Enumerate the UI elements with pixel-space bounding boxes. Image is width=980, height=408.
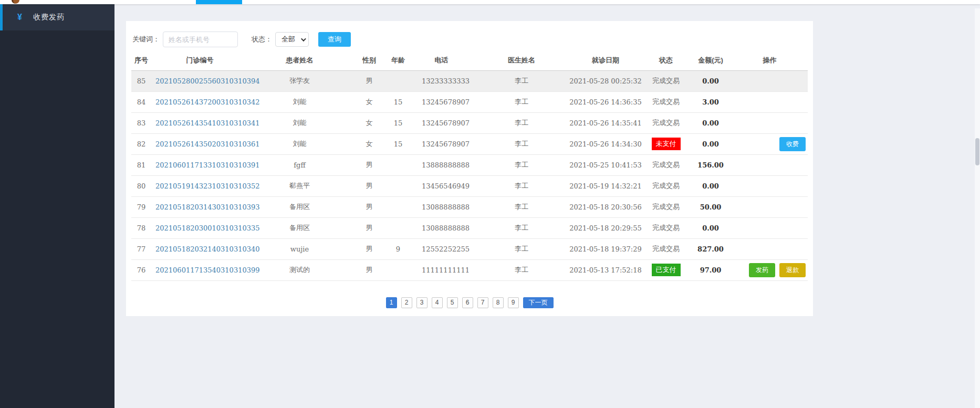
table-row[interactable]: 84202105261437200310310342刘能女15132456789…	[131, 91, 808, 112]
column-header-6: 医生姓名	[474, 50, 569, 70]
cell-doctor: 李工	[474, 70, 569, 91]
cell-visit-no: 202105261435410310310341	[151, 112, 248, 133]
visit-number-link[interactable]: 202105182031430310310393	[155, 203, 260, 211]
dispense-button[interactable]: 发药	[749, 263, 775, 277]
table-row[interactable]: 80202105191432310310310352郗燕平男1345654694…	[131, 175, 808, 196]
column-header-8: 状态	[642, 50, 690, 70]
app-logo	[12, 0, 19, 4]
page-button-1[interactable]: 1	[386, 297, 397, 308]
cell-age	[388, 259, 409, 280]
cell-actions	[732, 112, 808, 133]
status-label: 状态：	[252, 35, 272, 44]
column-header-3: 性别	[351, 50, 388, 70]
table-row[interactable]: 78202105182030010310310335备用区男1308888888…	[131, 217, 808, 238]
column-header-4: 年龄	[388, 50, 409, 70]
cell-date: 2021-05-18 19:37:29	[569, 238, 642, 259]
table-row[interactable]: 83202105261435410310310341刘能女15132456789…	[131, 112, 808, 133]
cell-age	[388, 154, 409, 175]
next-page-button[interactable]: 下一页	[523, 297, 554, 308]
cell-amount: 0.00	[690, 133, 732, 154]
cell-gender: 男	[351, 175, 388, 196]
cell-patient: 刘能	[248, 133, 351, 154]
cell-patient: 张学友	[248, 70, 351, 91]
cell-patient: 刘能	[248, 112, 351, 133]
search-button[interactable]: 查询	[318, 32, 351, 47]
page-button-2[interactable]: 2	[401, 297, 412, 308]
cell-date: 2021-05-26 14:35:41	[569, 112, 642, 133]
status-select[interactable]: 全部	[275, 32, 309, 47]
cell-phone: 13088888888	[409, 217, 474, 238]
cell-gender: 女	[351, 91, 388, 112]
cell-date: 2021-05-25 10:41:53	[569, 154, 642, 175]
table-header-row: 序号门诊编号患者姓名性别年龄电话医生姓名就诊日期状态金额(元)操作	[131, 50, 808, 70]
cell-seq: 85	[131, 70, 151, 91]
status-badge: 已支付	[652, 264, 681, 276]
cell-gender: 男	[351, 259, 388, 280]
cell-gender: 男	[351, 154, 388, 175]
refund-button[interactable]: 退款	[779, 263, 806, 277]
cell-phone: 13245678907	[409, 112, 474, 133]
page-button-4[interactable]: 4	[432, 297, 443, 308]
filter-bar: 关键词： 状态： 全部 查询	[132, 32, 351, 47]
cell-status: 完成交易	[642, 175, 690, 196]
status-badge: 未支付	[652, 138, 681, 150]
table-row[interactable]: 76202106011713540310310399测试的男1111111111…	[131, 259, 808, 280]
page-button-9[interactable]: 9	[508, 297, 519, 308]
cell-amount: 0.00	[690, 217, 732, 238]
cell-patient: wujie	[248, 238, 351, 259]
cell-amount: 3.00	[690, 91, 732, 112]
page-button-6[interactable]: 6	[462, 297, 473, 308]
visit-number-link[interactable]: 202105261437200310310342	[155, 98, 260, 106]
page-button-3[interactable]: 3	[416, 297, 428, 308]
page-button-5[interactable]: 5	[447, 297, 458, 308]
visit-number-link[interactable]: 202106011713310310310391	[155, 161, 260, 169]
sidebar: ¥ 收费发药	[0, 4, 114, 408]
cell-seq: 78	[131, 217, 151, 238]
cell-actions	[732, 91, 808, 112]
table-row[interactable]: 85202105280025560310310394张学友男1323333333…	[131, 70, 808, 91]
table-row[interactable]: 79202105182031430310310393备用区男1308888888…	[131, 196, 808, 217]
active-tab-indicator[interactable]	[196, 0, 242, 4]
visit-number-link[interactable]: 202105261435410310310341	[155, 119, 260, 127]
sidebar-item-charge-dispense[interactable]: ¥ 收费发药	[0, 4, 114, 30]
cell-amount: 50.00	[690, 196, 732, 217]
table-row[interactable]: 81202106011713310310310391fgff男138888888…	[131, 154, 808, 175]
page-button-7[interactable]: 7	[477, 297, 488, 308]
cell-status: 已支付	[642, 259, 690, 280]
cell-age	[388, 70, 409, 91]
charge-button[interactable]: 收费	[779, 137, 806, 151]
visit-number-link[interactable]: 202105191432310310310352	[155, 182, 260, 190]
cell-visit-no: 202106011713540310310399	[151, 259, 248, 280]
visit-number-link[interactable]: 202105182032140310310340	[155, 245, 260, 253]
top-bar	[0, 0, 980, 4]
pagination: 123456789下一页	[131, 297, 808, 308]
status-select-value: 全部	[282, 35, 295, 44]
cell-date: 2021-05-13 17:52:18	[569, 259, 642, 280]
cell-patient: 测试的	[248, 259, 351, 280]
cell-seq: 77	[131, 238, 151, 259]
cell-date: 2021-05-19 14:32:21	[569, 175, 642, 196]
visit-number-link[interactable]: 202105261435020310310361	[155, 140, 260, 148]
cell-seq: 81	[131, 154, 151, 175]
visit-number-link[interactable]: 202106011713540310310399	[155, 266, 260, 274]
scrollbar-thumb[interactable]	[975, 138, 979, 165]
visit-number-link[interactable]: 202105182030010310310335	[155, 224, 260, 232]
cell-visit-no: 202105261435020310310361	[151, 133, 248, 154]
cell-date: 2021-05-26 14:34:30	[569, 133, 642, 154]
cell-seq: 79	[131, 196, 151, 217]
cell-phone: 12552252255	[409, 238, 474, 259]
cell-doctor: 李工	[474, 259, 569, 280]
table-row[interactable]: 82202105261435020310310361刘能女15132456789…	[131, 133, 808, 154]
vertical-scrollbar[interactable]	[975, 8, 980, 408]
page-button-8[interactable]: 8	[493, 297, 504, 308]
keyword-input[interactable]	[163, 32, 238, 47]
column-header-1: 门诊编号	[151, 50, 248, 70]
sidebar-item-label: 收费发药	[33, 13, 65, 22]
column-header-0: 序号	[131, 50, 151, 70]
cell-status: 完成交易	[642, 112, 690, 133]
column-header-7: 就诊日期	[569, 50, 642, 70]
visit-number-link[interactable]: 202105280025560310310394	[155, 77, 260, 85]
table-row[interactable]: 77202105182032140310310340wujie男91255225…	[131, 238, 808, 259]
cell-age	[388, 217, 409, 238]
cell-patient: 刘能	[248, 91, 351, 112]
